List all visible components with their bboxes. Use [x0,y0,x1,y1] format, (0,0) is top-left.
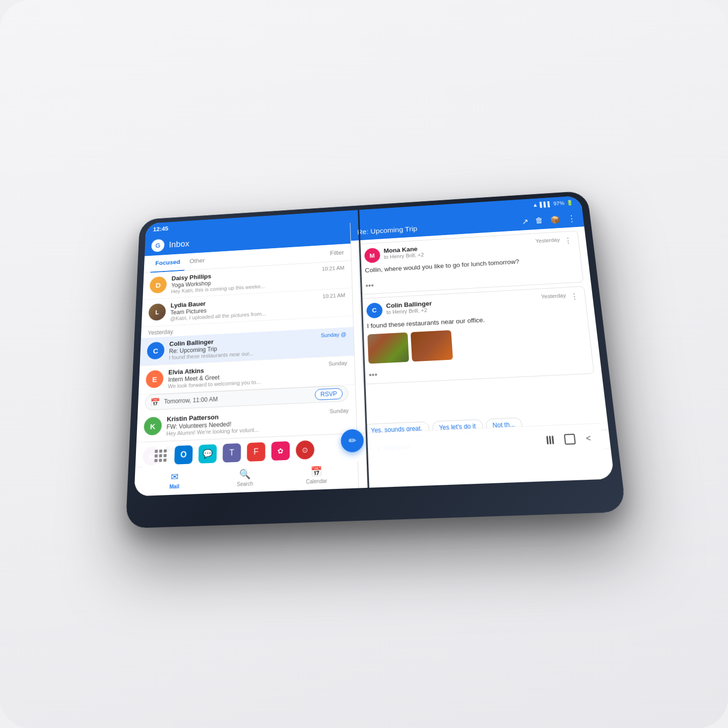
grid-dot-2 [159,449,162,452]
time-lydia: 10:21 AM [323,292,345,299]
email-detail-panel: Re: Upcoming Trip ↗ 🗑 📦 ⋮ [350,208,614,488]
battery-icon: 🔋 [566,200,574,206]
app-dock: O 💬 T F [142,423,603,470]
calendar-nav-icon: 📅 [310,466,322,478]
preview-kristin: Hey Alumni! We're looking for volunt... [166,423,349,437]
grid-dot-5 [159,454,162,457]
grid-dot-3 [164,449,167,452]
email-top-robin: Robin Counts [166,438,350,453]
thread-avatar-colin: C [366,302,383,318]
avatar-robin: R [143,446,161,466]
avatar-colin: C [147,342,164,360]
email-content-kristin: Kristin Patterson Sunday FW: Volunteers … [166,407,349,437]
app-chat[interactable]: 💬 [198,444,216,463]
thread-message-colin: C Colin Ballinger to Henry Brill, +2 Yes… [359,286,594,384]
search-icon: 🔍 [239,468,250,480]
reply-left-icon: ≪ [365,444,373,452]
back-button[interactable]: < [585,433,592,443]
email-thread: M Mona Kane to Henry Brill, +2 Yesterday… [351,226,606,420]
more-actions-icon[interactable]: ⋮ [567,213,577,224]
email-content-robin: Robin Counts Crazy Town [165,438,350,461]
status-time: 12:45 [153,225,168,233]
phone-body: 12:45 ▲ ▌▌▌ 97% 🔋 G Inb [125,191,626,528]
app-grid-button[interactable] [152,447,169,464]
restaurant-img-1 [368,332,409,363]
home-button[interactable] [564,433,576,444]
dock-system-right: < [546,433,592,445]
quick-replies: Yes, sounds great. Yes let's do it Not t… [356,410,608,440]
grid-dot-7 [154,459,157,462]
nav-line-2 [549,435,551,444]
nav-line-1 [546,436,549,444]
email-list-panel: G Inbox Focused Other Filter [134,223,359,496]
external-link-icon[interactable]: ↗ [521,217,528,226]
detail-actions: ↗ 🗑 📦 ⋮ [521,213,577,226]
signal-icon: ▌▌▌ [539,201,552,207]
nav-calendar-label: Calendar [306,478,327,485]
app-teams[interactable]: T [222,443,241,462]
reply-chevron-icon: ∨ [376,444,381,452]
nav-item-mail[interactable]: ✉ Mail [139,467,210,494]
tab-other[interactable]: Other [185,252,209,270]
grid-dot-9 [163,459,166,462]
email-content-elvia: Elvia Atkins Sunday Intern Meet & Greet … [168,360,348,389]
email-list: D Daisy Phillips 10:21 AM Yoga Workshop … [135,261,357,467]
main-panels: G Inbox Focused Other Filter [134,208,614,496]
thread-avatar-mona: M [364,248,380,263]
email-item-robin[interactable]: R Robin Counts Crazy Town [135,433,357,467]
status-icons: ▲ ▌▌▌ 97% 🔋 [532,200,574,208]
nav-item-search[interactable]: 🔍 Search [209,464,281,491]
time-colin: Sunday @ [321,331,346,338]
email-content-lydia: Lydia Bauer 10:21 AM Team Pictures @Katr… [170,292,345,322]
restaurant-images [368,324,585,364]
page-background: 12:45 ▲ ▌▌▌ 97% 🔋 G Inb [0,0,728,728]
avatar-daisy: D [150,276,167,293]
compose-fab[interactable]: ✏ [341,429,364,452]
colin-avatar-letter: C [372,306,377,314]
nav-mail-label: Mail [169,483,179,489]
email-top-kristin: Kristin Patterson Sunday [167,407,349,423]
dock-apps-left: O 💬 T F [152,440,314,465]
time-daisy: 10:21 AM [322,265,345,272]
recent-apps-button[interactable] [546,435,554,444]
grid-dot-4 [155,454,158,457]
reply-bar: ≪ ∨ Reply all [357,430,611,459]
grid-dot-8 [159,459,162,462]
sender-kristin: Kristin Patterson [167,413,219,423]
quick-reply-2[interactable]: Yes let's do it [432,419,483,435]
avatar-elvia: E [146,370,164,388]
thread-time-colin: Yesterday [541,292,566,299]
restaurant-img-2 [411,330,453,361]
grid-dot-1 [155,449,158,452]
tab-focused[interactable]: Focused [150,253,185,272]
wifi-icon: ▲ [532,202,538,208]
time-kristin: Sunday [330,407,349,415]
calendar-icon: 📅 [150,397,160,407]
thread-more-colin[interactable]: ⋮ [570,292,579,301]
nav-search-label: Search [237,481,253,487]
archive-icon[interactable]: 📦 [550,215,561,224]
quick-reply-1[interactable]: Yes, sounds great. [364,421,430,437]
thread-sender-info-mona: Mona Kane to Henry Brill, +2 [384,239,533,260]
nav-line-3 [552,435,554,444]
thread-time-mona: Yesterday [535,237,560,244]
delete-icon[interactable]: 🗑 [535,216,543,225]
thread-message-mona: M Mona Kane to Henry Brill, +2 Yesterday… [357,231,583,294]
app-camera[interactable]: ⊙ [296,440,314,460]
rsvp-time: Tomorrow, 11:00 AM [164,391,311,405]
bottom-nav-left: ✉ Mail 🔍 Search 📅 Calendar [134,459,358,496]
nav-item-calendar[interactable]: 📅 Calendar [281,461,353,489]
phone-screen: 12:45 ▲ ▌▌▌ 97% 🔋 G Inb [134,196,614,496]
app-flipboard[interactable]: F [247,442,265,461]
time-elvia: Sunday [329,360,347,367]
rsvp-button[interactable]: RSVP [315,388,343,400]
thread-more-mona[interactable]: ⋮ [564,236,573,245]
quick-reply-3[interactable]: Not th... [485,418,523,433]
grid-dot-6 [164,453,167,457]
app-outlook[interactable]: O [174,445,193,464]
filter-button[interactable]: Filter [330,249,344,256]
reply-all-button[interactable]: Reply all [384,443,410,452]
app-flower[interactable]: ✿ [271,441,290,460]
battery-text: 97% [553,200,565,206]
mail-icon: ✉ [171,471,179,483]
